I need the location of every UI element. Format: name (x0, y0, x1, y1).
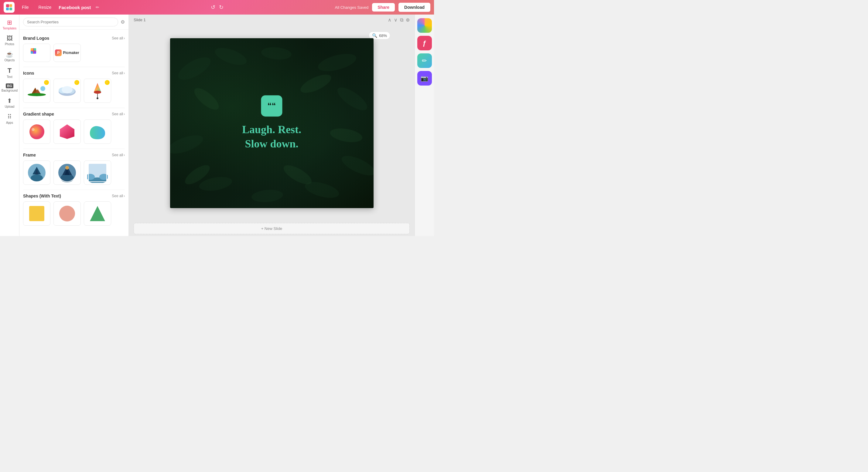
apps-icon: ⠿ (7, 113, 12, 121)
edit-title-icon[interactable]: ✏ (96, 5, 99, 10)
frame-header: Frame See all › (23, 153, 125, 158)
download-button[interactable]: Download (399, 3, 430, 12)
shapes-text-see-all[interactable]: See all › (112, 194, 125, 198)
sidebar-label-photos: Photos (5, 42, 14, 46)
brand-logos-header: Brand Logos See all › (23, 36, 125, 41)
gradient-shape-items (23, 120, 125, 144)
slide-copy-button[interactable]: ⧉ (400, 17, 403, 23)
brand-logos-title: Brand Logos (23, 36, 49, 41)
frame-see-all[interactable]: See all › (112, 153, 125, 157)
frame-item-3[interactable] (84, 161, 111, 185)
right-app-icon-1[interactable] (417, 18, 432, 33)
frame-item-2[interactable] (54, 161, 81, 185)
main-layout: ⊞ Templates 🖼 Photos ☕ Objects T Text BG… (0, 14, 434, 236)
gradient-shape-see-all[interactable]: See all › (112, 112, 125, 116)
icon-item-2[interactable]: 💛 (54, 78, 81, 103)
right-app-icon-2[interactable]: ƒ (417, 36, 432, 50)
right-app-icon-3[interactable]: ✏ (417, 54, 432, 68)
icons-title: Icons (23, 71, 34, 75)
new-slide-button[interactable]: + New Slide (134, 223, 410, 234)
sidebar-label-upload: Upload (5, 105, 14, 108)
divider-2 (23, 108, 125, 108)
sidebar-item-background[interactable]: BG Background (1, 81, 18, 94)
brand-logos-items: P Picmaker (23, 44, 125, 62)
shape-text-item-3[interactable] (84, 201, 111, 226)
file-menu[interactable]: File (20, 4, 31, 11)
slide-up-button[interactable]: ∧ (388, 17, 392, 23)
redo-button[interactable]: ↻ (219, 4, 223, 11)
svg-point-12 (28, 93, 46, 96)
topbar: File Resize Facebook post ✏ ↺ ↻ All Chan… (0, 0, 434, 14)
svg-rect-0 (6, 4, 9, 7)
svg-point-43 (175, 53, 214, 84)
zoom-level: 68% (379, 33, 387, 38)
canvas-header: Slide 1 ∧ ∨ ⧉ ⊕ (129, 14, 414, 25)
app4-icon: 📷 (421, 75, 428, 82)
app2-icon: ƒ (423, 39, 426, 47)
resize-menu[interactable]: Resize (36, 4, 54, 11)
gradient-shape-title: Gradient shape (23, 112, 54, 116)
zoom-icon: 🔍 (372, 33, 377, 38)
shapes-text-section: Shapes (With Text) See all › (23, 194, 125, 226)
photos-icon: 🖼 (7, 35, 13, 42)
brand-logo-item-2[interactable]: P Picmaker (54, 44, 81, 62)
svg-rect-40 (29, 206, 44, 221)
divider-1 (23, 67, 125, 67)
app-logo (4, 2, 14, 13)
canvas-area: 🔍 68% Slide 1 ∧ ∨ ⧉ ⊕ (129, 14, 414, 236)
brand-logo-item-1[interactable] (23, 44, 51, 62)
svg-point-30 (60, 174, 74, 182)
premium-badge-1: 💛 (44, 80, 49, 85)
shapes-text-header: Shapes (With Text) See all › (23, 194, 125, 198)
svg-point-19 (94, 91, 101, 94)
svg-rect-2 (6, 8, 9, 10)
search-bar: ⚙ (20, 14, 128, 30)
sidebar-item-apps[interactable]: ⠿ Apps (1, 111, 18, 126)
upload-icon: ⬆ (7, 97, 12, 104)
svg-rect-8 (34, 51, 36, 54)
slide-controls: ∧ ∨ ⧉ ⊕ (388, 17, 410, 23)
objects-icon: ☕ (6, 50, 13, 58)
sidebar-item-objects[interactable]: ☕ Objects (1, 49, 18, 64)
icons-see-all[interactable]: See all › (112, 71, 125, 75)
gradient-shape-item-1[interactable] (23, 120, 51, 144)
icon-item-1[interactable]: 💛 (23, 78, 51, 103)
gradient-shape-header: Gradient shape See all › (23, 112, 125, 116)
panel-content: Brand Logos See all › (20, 30, 128, 236)
brand-logos-see-all[interactable]: See all › (112, 36, 125, 40)
sidebar-item-templates[interactable]: ⊞ Templates (1, 17, 18, 32)
svg-rect-6 (34, 48, 36, 50)
svg-marker-23 (60, 124, 74, 139)
icons-section: Icons See all › 💛 (23, 71, 125, 103)
svg-rect-7 (31, 51, 33, 54)
sidebar-item-upload[interactable]: ⬆ Upload (1, 95, 18, 110)
frame-item-1[interactable] (23, 161, 51, 185)
svg-point-57 (329, 126, 364, 144)
icon-item-3[interactable]: 💛 (84, 78, 111, 103)
shape-text-item-1[interactable] (23, 201, 51, 226)
slide-down-button[interactable]: ∨ (394, 17, 398, 23)
frame-items (23, 161, 125, 185)
filter-icon[interactable]: ⚙ (121, 19, 125, 25)
search-input[interactable] (23, 18, 118, 26)
svg-point-55 (281, 162, 314, 188)
right-app-icon-4[interactable]: 📷 (417, 71, 432, 86)
share-button[interactable]: Share (372, 3, 395, 11)
text-icon: T (8, 67, 11, 75)
slide-add-button[interactable]: ⊕ (406, 17, 410, 23)
svg-point-47 (170, 131, 205, 158)
undo-button[interactable]: ↺ (211, 4, 215, 11)
sidebar-item-text[interactable]: T Text (1, 65, 18, 80)
gradient-shape-item-3[interactable] (84, 120, 111, 144)
svg-rect-1 (9, 4, 12, 7)
shape-text-item-2[interactable] (54, 201, 81, 226)
svg-rect-5 (31, 48, 33, 50)
canvas-wrapper: Laugh. Rest. Slow down. (129, 25, 414, 221)
svg-marker-42 (90, 206, 105, 221)
svg-point-54 (298, 71, 334, 97)
document-title: Facebook post (59, 5, 91, 10)
slide-canvas[interactable]: Laugh. Rest. Slow down. (170, 38, 374, 208)
sidebar-item-photos[interactable]: 🖼 Photos (1, 33, 18, 47)
gradient-shape-item-2[interactable] (54, 120, 81, 144)
sidebar-label-text: Text (7, 75, 12, 78)
